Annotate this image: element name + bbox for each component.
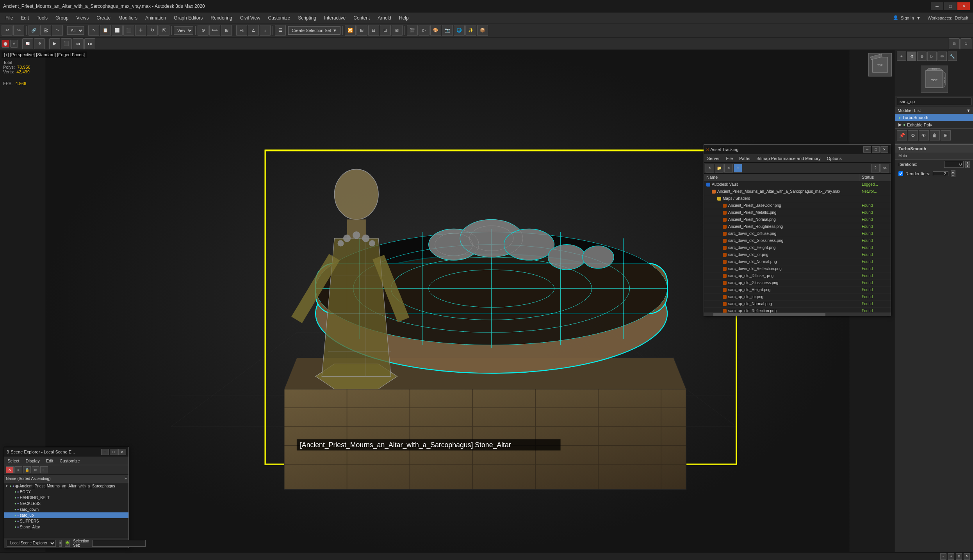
rotate-button[interactable]: ↻ bbox=[147, 25, 158, 36]
render-iters-up[interactable]: ▲ bbox=[951, 170, 955, 174]
asset-help-button[interactable]: ? bbox=[871, 164, 880, 172]
menu-edit[interactable]: Edit bbox=[17, 14, 33, 22]
asset-row-18[interactable]: sarc_up_old_Reflection.png Found bbox=[704, 308, 891, 313]
scene-select-menu[interactable]: Select bbox=[4, 457, 23, 464]
asset-row-15[interactable]: sarc_up_old_Height.png Found bbox=[704, 286, 891, 293]
asset-paths-menu[interactable]: Paths bbox=[736, 155, 753, 162]
scene-minimize-button[interactable]: ─ bbox=[101, 449, 109, 455]
snap-to-grid[interactable]: ⊡ bbox=[380, 25, 391, 36]
exp-close-btn[interactable]: ✕ bbox=[6, 466, 14, 473]
bind-to-space-warp[interactable]: 〜 bbox=[52, 25, 63, 36]
tree-item-body[interactable]: ● ● BODY bbox=[4, 489, 128, 495]
asset-options-menu[interactable]: Options bbox=[824, 155, 845, 162]
link-button[interactable]: 🔗 bbox=[29, 25, 39, 36]
iterations-up[interactable]: ▲ bbox=[965, 161, 970, 164]
select-object-button[interactable]: ↖ bbox=[88, 25, 99, 36]
menu-file[interactable]: File bbox=[2, 14, 17, 22]
menu-interactive[interactable]: Interactive bbox=[320, 14, 349, 22]
material-editor-button[interactable]: 🎨 bbox=[430, 25, 441, 36]
workspace-value[interactable]: Default bbox=[955, 16, 968, 20]
delete-modifier-button[interactable]: 🗑 bbox=[930, 130, 940, 140]
asset-row-8[interactable]: sarc_down_old_Glossiness.png Found bbox=[704, 237, 891, 244]
asset-tracking-content[interactable]: Autodesk Vault Logged... Ancient_Priest_… bbox=[704, 181, 891, 313]
asset-minimize-button[interactable]: ─ bbox=[863, 146, 871, 153]
play-button[interactable]: ▶ bbox=[49, 38, 60, 49]
rect-select-button[interactable]: ⬜ bbox=[112, 25, 123, 36]
tree-item-sarc-up[interactable]: ● ● sarc_up bbox=[4, 512, 128, 518]
mirror-tool-button[interactable]: 🔀 bbox=[345, 25, 356, 36]
tree-item-neckless[interactable]: ● ● NECKLESS bbox=[4, 501, 128, 507]
iterations-down[interactable]: ▼ bbox=[965, 164, 970, 168]
scene-edit-menu[interactable]: Edit bbox=[43, 457, 57, 464]
asset-row-1[interactable]: Ancient_Priest_Mourns_an_Altar_with_a_Sa… bbox=[704, 188, 891, 195]
render-iters-down[interactable]: ▼ bbox=[951, 174, 955, 177]
asset-row-0[interactable]: Autodesk Vault Logged... bbox=[704, 181, 891, 188]
align-button[interactable]: ⊞ bbox=[221, 25, 232, 36]
scene-customize-menu[interactable]: Customize bbox=[57, 457, 83, 464]
turbosmooth-modifier[interactable]: ● TurboSmooth bbox=[895, 114, 973, 121]
effects-button[interactable]: ✨ bbox=[465, 25, 476, 36]
asset-row-11[interactable]: sarc_down_old_Normal.png Found bbox=[704, 258, 891, 265]
use-pivot-center[interactable]: ⊕ bbox=[198, 25, 208, 36]
sign-in-label[interactable]: Sign In bbox=[901, 16, 914, 20]
maximize-button[interactable]: □ bbox=[944, 2, 957, 10]
percent-snap-button[interactable]: % bbox=[236, 25, 247, 36]
array-button[interactable]: ⊞ bbox=[356, 25, 367, 36]
asset-file-menu[interactable]: File bbox=[723, 155, 736, 162]
move-button[interactable]: ✛ bbox=[135, 25, 146, 36]
render-iters-checkbox[interactable] bbox=[898, 171, 903, 176]
filter-dropdown[interactable]: All bbox=[67, 26, 84, 35]
exp-filter-btn[interactable]: ≡ bbox=[14, 466, 22, 473]
zoom-in-button[interactable]: + bbox=[948, 553, 954, 560]
tree-item-slippers[interactable]: ● ● SLIPPERS bbox=[4, 518, 128, 524]
asset-row-4[interactable]: Ancient_Priest_Metallic.png Found bbox=[704, 209, 891, 216]
menu-arnold[interactable]: Arnold bbox=[374, 14, 395, 22]
asset-row-10[interactable]: sarc_down_old_ior.png Found bbox=[704, 251, 891, 258]
editable-poly-modifier[interactable]: ▶ ● Editable Poly bbox=[895, 121, 973, 128]
menu-group[interactable]: Group bbox=[52, 14, 72, 22]
asset-row-2[interactable]: Maps / Shaders bbox=[704, 195, 891, 202]
hierarchy-button[interactable]: ⊠ bbox=[392, 25, 403, 36]
select-by-name-button[interactable]: 📋 bbox=[100, 25, 111, 36]
tree-item-root[interactable]: ▼ ● ● ⬤ Ancient_Priest_Mourns_an_Altar_w… bbox=[4, 483, 128, 489]
auto-key-button[interactable]: A bbox=[10, 40, 18, 48]
make-unique-button[interactable]: ⊞ bbox=[941, 130, 951, 140]
asset-refresh-button[interactable]: ↻ bbox=[706, 164, 714, 172]
orbit-button[interactable]: ↻ bbox=[964, 553, 970, 560]
render-button[interactable]: ▷ bbox=[419, 25, 429, 36]
redo-button[interactable]: ↪ bbox=[13, 25, 24, 36]
asset-maximize-button[interactable]: □ bbox=[872, 146, 880, 153]
exp-sort-btn[interactable]: 🔒 bbox=[23, 466, 31, 473]
asset-server-menu[interactable]: Server bbox=[704, 155, 723, 162]
viewport-cube[interactable]: TOP RIGHT BACK bbox=[921, 66, 948, 93]
exp-select-btn[interactable]: ⊕ bbox=[32, 466, 39, 473]
asset-more-button[interactable]: ≫ bbox=[880, 164, 889, 172]
prev-frame-button[interactable]: ⏮ bbox=[73, 38, 84, 49]
view-dropdown[interactable]: View bbox=[174, 26, 193, 35]
tree-icon[interactable]: 🌳 bbox=[65, 540, 70, 547]
next-frame-button[interactable]: ⏭ bbox=[84, 38, 95, 49]
undo-button[interactable]: ↩ bbox=[2, 25, 12, 36]
tree-item-sarc-down[interactable]: ● ● sarc_down bbox=[4, 507, 128, 512]
asset-row-3[interactable]: Ancient_Priest_BaseColor.png Found bbox=[704, 202, 891, 209]
open-mini-curve-editor[interactable]: 📈 bbox=[22, 38, 33, 49]
menu-views[interactable]: Views bbox=[72, 14, 93, 22]
asset-bitmap-menu[interactable]: Bitmap Performance and Memory bbox=[753, 155, 823, 162]
angle-snap-button[interactable]: ∠ bbox=[248, 25, 259, 36]
mirror-button[interactable]: ⟺ bbox=[209, 25, 220, 36]
asset-row-17[interactable]: sarc_up_old_Normal.png Found bbox=[704, 300, 891, 308]
show-in-viewport-button[interactable]: 👁 bbox=[919, 130, 929, 140]
menu-civil-view[interactable]: Civil View bbox=[236, 14, 264, 22]
scene-explorer-content[interactable]: ▼ ● ● ⬤ Ancient_Priest_Mourns_an_Altar_w… bbox=[4, 483, 128, 538]
layers-icon[interactable]: ≡ bbox=[59, 540, 62, 547]
menu-help[interactable]: Help bbox=[395, 14, 413, 22]
scale-button[interactable]: ⇱ bbox=[159, 25, 169, 36]
asset-tracking-title-bar[interactable]: 3 Asset Tracking ─ □ ✕ bbox=[704, 145, 891, 154]
asset-row-16[interactable]: sarc_up_old_ior.png Found bbox=[704, 293, 891, 300]
set-key-button[interactable]: ⬤ bbox=[2, 40, 9, 48]
asset-row-13[interactable]: sarc_up_old_Diffuse_.png Found bbox=[704, 272, 891, 279]
asset-row-7[interactable]: sarc_down_old_Diffuse.png Found bbox=[704, 230, 891, 237]
menu-customize[interactable]: Customize bbox=[264, 14, 294, 22]
asset-locate-button[interactable]: 📁 bbox=[715, 164, 724, 172]
render-iters-input[interactable] bbox=[933, 171, 948, 176]
